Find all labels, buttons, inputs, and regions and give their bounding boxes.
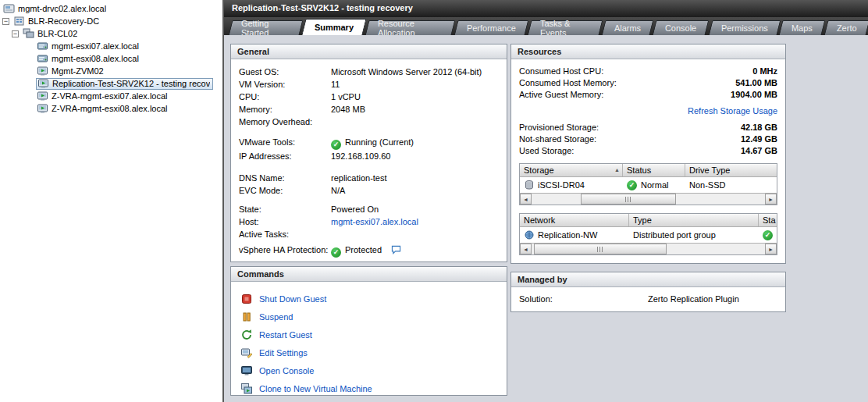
network-row[interactable]: Replication-NW Distributed port group xyxy=(520,227,777,243)
clone-icon xyxy=(240,382,253,395)
command-edit-settings[interactable]: Edit Settings xyxy=(240,343,497,361)
network-column-header[interactable]: Network xyxy=(520,214,629,226)
tree-item-cluster[interactable]: BLR-CL02 xyxy=(0,27,222,40)
host-icon xyxy=(37,53,48,64)
tree-item-vm-zvra07[interactable]: Z-VRA-mgmt-esxi07.alex.local xyxy=(0,90,222,102)
storage-row[interactable]: iSCSI-DR04 Normal Non-SSD xyxy=(520,177,777,193)
provisioned-storage-label: Provisioned Storage: xyxy=(519,122,599,133)
vm-icon xyxy=(37,78,49,89)
state-value: Powered On xyxy=(331,203,499,215)
tree-item-label: Z-VRA-mgmt-esxi08.alex.local xyxy=(52,104,168,113)
network-type: Distributed port group xyxy=(633,230,716,240)
ip-addresses-value: 192.168.109.60 xyxy=(331,150,499,162)
ip-addresses-label: IP Addresses: xyxy=(239,150,331,162)
collapse-icon[interactable] xyxy=(12,30,19,37)
tree-item-label: BLR-CL02 xyxy=(37,29,77,38)
scroll-right-button[interactable] xyxy=(765,194,777,205)
ha-info-bubble-icon[interactable] xyxy=(391,245,401,258)
tab-label: Alarms xyxy=(614,23,641,33)
storage-table: Storage Status Drive Type iSCSI-DR04 xyxy=(519,163,777,205)
column-label: Drive Type xyxy=(689,165,730,175)
command-open-console[interactable]: Open Console xyxy=(240,361,497,379)
scroll-right-button[interactable] xyxy=(765,244,777,254)
tree-item-vm-replication-test[interactable]: Replication-Test-SRV2K12 - testing recov xyxy=(0,77,222,90)
datastore-status: Normal xyxy=(641,180,668,190)
resources-panel: Resources Consumed Host CPU:0 MHz Consum… xyxy=(510,44,786,264)
tab-console[interactable]: Console xyxy=(653,20,710,35)
command-suspend[interactable]: Suspend xyxy=(240,308,497,326)
restart-icon xyxy=(240,329,253,341)
tree-item-vm-zvm02[interactable]: Mgmt-ZVM02 xyxy=(0,65,222,77)
scrollbar-thumb[interactable] xyxy=(581,194,677,205)
tree-item-label: BLR-Recovery-DC xyxy=(28,16,99,26)
tab-permissions[interactable]: Permissions xyxy=(708,20,781,35)
command-clone-vm[interactable]: Clone to New Virtual Machine xyxy=(240,379,497,397)
tree-item-host-esxi07[interactable]: mgmt-esxi07.alex.local xyxy=(0,40,222,52)
scroll-left-button[interactable] xyxy=(520,194,532,205)
managed-by-panel-title: Managed by xyxy=(511,272,785,287)
host-link[interactable]: mgmt-esxi07.alex.local xyxy=(331,217,418,226)
active-memory-label: Active Guest Memory: xyxy=(519,89,603,101)
tree-item-label: Z-VRA-mgmt-esxi07.alex.local xyxy=(52,91,168,101)
state-label: State: xyxy=(239,203,331,215)
guest-os-label: Guest OS: xyxy=(239,66,331,78)
active-memory-value: 1904.00 MB xyxy=(731,89,777,101)
datacenter-icon xyxy=(13,16,25,27)
scroll-left-button[interactable] xyxy=(520,244,532,254)
scrollbar-thumb[interactable] xyxy=(534,244,667,254)
vmware-tools-text: Running (Current) xyxy=(345,137,414,147)
status-column-header[interactable]: Sta xyxy=(759,214,777,226)
tab-maps[interactable]: Maps xyxy=(779,20,826,35)
shutdown-icon xyxy=(240,293,253,305)
status-ok-icon xyxy=(763,230,773,240)
vsphere-client-window: mgmt-drvc02.alex.local BLR-Recovery-DC B… xyxy=(0,0,868,402)
drive-type-column-header[interactable]: Drive Type xyxy=(685,164,777,176)
tab-zerto[interactable]: Zerto xyxy=(824,20,868,35)
command-label: Suspend xyxy=(259,312,293,322)
tab-label: Permissions xyxy=(720,23,767,33)
storage-column-header[interactable]: Storage xyxy=(520,164,623,176)
refresh-storage-usage-link[interactable]: Refresh Storage Usage xyxy=(688,106,777,116)
not-shared-storage-value: 12.49 GB xyxy=(741,133,777,145)
scrollbar-track[interactable] xyxy=(532,194,765,205)
vcenter-icon xyxy=(3,3,15,14)
vm-icon xyxy=(37,66,48,76)
tab-bar: Getting Started Summary Resource Allocat… xyxy=(224,17,868,35)
ha-protection-label: vSphere HA Protection: xyxy=(239,244,331,258)
vmware-tools-value: Running (Current) xyxy=(331,136,499,150)
tree-item-vcenter[interactable]: mgmt-drvc02.alex.local xyxy=(0,2,222,15)
tab-getting-started[interactable]: Getting Started xyxy=(229,20,304,35)
tab-label: Performance xyxy=(467,23,516,33)
tree-item-datacenter[interactable]: BLR-Recovery-DC xyxy=(0,15,222,27)
status-column-header[interactable]: Status xyxy=(623,164,685,176)
vm-title-bar: Replication-Test-SRV2K12 - testing recov… xyxy=(224,0,868,17)
tab-resource-allocation[interactable]: Resource Allocation xyxy=(365,20,456,35)
managed-by-panel: Managed by Solution: Zerto Replication P… xyxy=(510,272,786,312)
consumed-cpu-label: Consumed Host CPU: xyxy=(519,66,603,77)
guest-os-value: Microsoft Windows Server 2012 (64-bit) xyxy=(331,66,499,78)
dns-name-label: DNS Name: xyxy=(239,172,331,184)
tree-item-vm-zvra08[interactable]: Z-VRA-mgmt-esxi08.alex.local xyxy=(0,102,222,115)
general-panel: General Guest OS:Microsoft Windows Serve… xyxy=(230,44,507,262)
tab-alarms[interactable]: Alarms xyxy=(602,20,654,35)
storage-table-hscrollbar xyxy=(520,193,777,205)
tab-tasks-events[interactable]: Tasks & Events xyxy=(528,20,603,35)
tab-performance[interactable]: Performance xyxy=(454,20,529,35)
used-storage-label: Used Storage: xyxy=(519,145,574,157)
tree-item-label: Mgmt-ZVM02 xyxy=(52,66,104,76)
solution-label: Solution: xyxy=(519,294,648,304)
memory-label: Memory: xyxy=(239,103,331,116)
consumed-cpu-value: 0 MHz xyxy=(752,66,777,77)
tree-item-host-esxi08[interactable]: mgmt-esxi08.alex.local xyxy=(0,52,222,65)
evc-mode-label: EVC Mode: xyxy=(239,184,331,197)
command-shut-down-guest[interactable]: Shut Down Guest xyxy=(240,290,497,308)
scrollbar-track[interactable] xyxy=(532,244,765,254)
tab-summary[interactable]: Summary xyxy=(301,19,366,35)
collapse-icon[interactable] xyxy=(2,18,9,25)
tree-item-label: mgmt-esxi07.alex.local xyxy=(52,41,139,51)
tab-label: Summary xyxy=(315,23,354,32)
command-restart-guest[interactable]: Restart Guest xyxy=(240,326,497,343)
active-tasks-label: Active Tasks: xyxy=(239,228,331,240)
type-column-header[interactable]: Type xyxy=(629,214,759,226)
memory-value: 2048 MB xyxy=(331,103,499,116)
